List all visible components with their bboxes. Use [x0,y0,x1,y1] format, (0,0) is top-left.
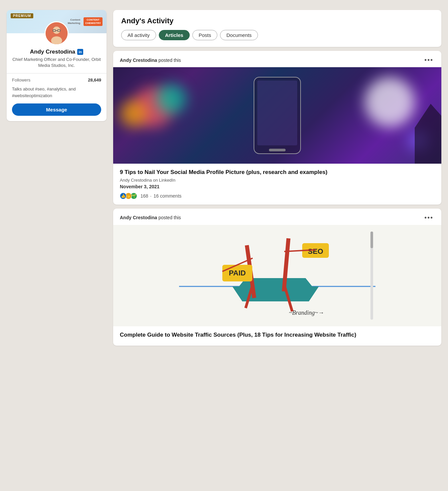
followers-row: Followers 28,649 [12,78,101,82]
post-date-1: November 3, 2021 [120,184,435,189]
profile-card: PREMIUM ContentMarketing CONTENT CHEMIST… [7,10,107,121]
tab-documents[interactable]: Documents [220,30,258,40]
more-options-button-1[interactable]: ••• [423,56,435,64]
activity-tabs: All activity Articles Posts Documents [121,30,433,40]
post-card-1: Andy Crestodina posted this ••• 9 Tips t… [113,51,441,205]
reaction-icons-1: 👍 👏 🌱 [120,193,136,199]
profile-divider [7,73,107,74]
post-article-title-2: Complete Guide to Website Traffic Source… [120,331,435,339]
tab-all-activity[interactable]: All activity [121,30,156,40]
followers-label: Followers [12,78,31,82]
avatar [45,21,69,45]
banner-text: ContentMarketing [68,18,80,25]
profile-info: Andy Crestodina in Chief Marketing Offic… [7,49,107,121]
banner-right: ContentMarketing CONTENT CHEMISTRY [68,17,103,26]
post-body-1: 9 Tips to Nail Your Social Media Profile… [113,164,441,205]
reaction-comments-1: 16 comments [153,193,181,199]
post-article-title-1: 9 Tips to Nail Your Social Media Profile… [120,168,435,176]
post-image-2: PAID SEO ~Branding~→ [113,225,441,326]
svg-rect-9 [179,225,375,326]
post-image-1 [113,67,441,164]
sidebar: PREMIUM ContentMarketing CONTENT CHEMIST… [7,10,107,121]
posted-by-2: Andy Crestodina posted this [120,215,181,220]
svg-text:~Branding~→: ~Branding~→ [289,309,324,316]
bokeh-white [365,77,415,127]
premium-badge: PREMIUM [11,13,33,18]
like-icon: 👍 [120,193,126,199]
banner-book: CONTENT CHEMISTRY [84,17,103,26]
tab-posts[interactable]: Posts [192,30,218,40]
profile-tags: Talks about #seo, #analytics, and #websi… [12,86,101,99]
followers-count: 28,649 [88,78,101,82]
post-header-2: Andy Crestodina posted this ••• [113,209,441,225]
main-content: Andy's Activity All activity Articles Po… [113,10,441,346]
posted-by-1: Andy Crestodina posted this [120,58,181,63]
svg-rect-8 [269,149,286,151]
linkedin-icon: in [77,49,83,55]
message-button[interactable]: Message [12,103,101,116]
profile-title: Chief Marketing Officer and Co-Founder, … [12,57,101,69]
phone-svg [251,76,304,155]
post-source-1: Andy Crestodina on LinkedIn [120,178,435,183]
seo-svg: PAID SEO ~Branding~→ [179,225,375,326]
avatar-image [46,22,68,44]
hand-silhouette [415,104,441,164]
poster-name-2: Andy Crestodina [120,215,157,220]
reaction-count-1: 168 [140,193,148,199]
activity-title: Andy's Activity [121,17,433,25]
more-options-button-2[interactable]: ••• [423,214,435,222]
profile-name: Andy Crestodina [30,49,75,55]
svg-marker-11 [232,286,319,301]
post-header-1: Andy Crestodina posted this ••• [113,51,441,67]
dot-separator: · [150,193,151,199]
svg-text:PAID: PAID [229,269,246,277]
profile-name-row: Andy Crestodina in [12,49,101,55]
bokeh-teal [156,84,186,114]
post-card-2: Andy Crestodina posted this ••• [113,209,441,346]
post-reactions-1: 👍 👏 🌱 168 · 16 comments [120,193,435,199]
poster-name-1: Andy Crestodina [120,58,157,63]
svg-text:SEO: SEO [308,247,323,255]
svg-point-1 [53,27,60,34]
tab-articles[interactable]: Articles [159,30,190,40]
svg-rect-25 [370,232,373,248]
activity-header-card: Andy's Activity All activity Articles Po… [113,10,441,47]
bokeh-orange [120,100,146,127]
post-body-2: Complete Guide to Website Traffic Source… [113,326,441,346]
svg-rect-7 [257,81,297,145]
